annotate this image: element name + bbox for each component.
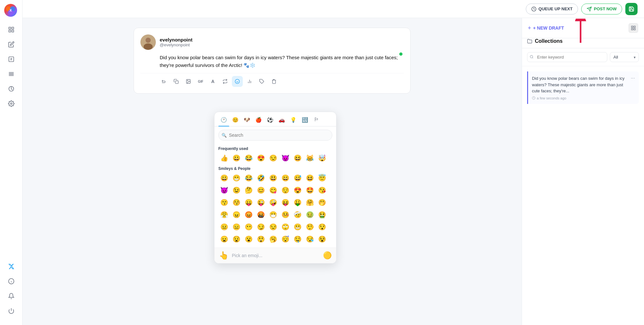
emoji-item[interactable]: 😀 xyxy=(218,172,230,184)
emoji-item[interactable]: 🤗 xyxy=(304,197,316,208)
emoji-item[interactable]: 🤤 xyxy=(292,233,303,245)
queue-up-next-button[interactable]: QUEUE UP NEXT xyxy=(526,4,578,14)
sidebar-item-ai[interactable] xyxy=(5,53,18,66)
emoji-item[interactable]: 😲 xyxy=(255,233,267,245)
post-content[interactable]: Did you know polar bears can swim for da… xyxy=(140,54,404,69)
emoji-item[interactable]: 😪 xyxy=(304,233,316,245)
emoji-item[interactable]: 🤣 xyxy=(255,172,267,184)
emoji-item[interactable]: 😛 xyxy=(243,197,254,208)
emoji-item[interactable]: 😃 xyxy=(267,172,279,184)
emoji-item[interactable]: 😀 xyxy=(231,152,242,164)
emoji-item[interactable]: 😶 xyxy=(243,221,254,233)
emoji-item[interactable]: 🤔 xyxy=(243,184,254,196)
emoji-item[interactable]: 😐 xyxy=(218,221,230,233)
emoji-tab-objects[interactable]: 💡 xyxy=(288,115,299,126)
emoji-item[interactable]: 🤒 xyxy=(279,209,291,220)
sidebar-item-power[interactable] xyxy=(5,304,18,317)
retweet-button[interactable] xyxy=(220,76,231,87)
emoji-item[interactable]: 👍 xyxy=(218,152,230,164)
draft-card[interactable]: Did you know polar bears can swim for da… xyxy=(527,71,639,104)
emoji-item[interactable]: 🥱 xyxy=(267,233,279,245)
emoji-item[interactable]: 😆 xyxy=(292,152,303,164)
emoji-item[interactable]: 😊 xyxy=(255,184,267,196)
sidebar-item-info[interactable] xyxy=(5,275,18,288)
emoji-item[interactable]: 😄 xyxy=(279,172,291,184)
emoji-tab-flags[interactable]: 🏳 xyxy=(311,115,322,126)
emoji-item[interactable]: 🤮 xyxy=(316,209,328,220)
copy-button[interactable] xyxy=(171,76,182,87)
emoji-tab-symbols[interactable]: 🔣 xyxy=(299,115,310,126)
emoji-tab-travel[interactable]: 🚗 xyxy=(276,115,287,126)
filter-select[interactable]: All Twitter LinkedIn xyxy=(610,52,639,62)
emoji-search-input[interactable] xyxy=(218,130,332,141)
emoji-item[interactable]: 🤩 xyxy=(304,184,316,196)
emoji-item[interactable]: 😮 xyxy=(243,233,254,245)
draft-more-button[interactable]: ··· xyxy=(628,75,635,81)
emoji-item[interactable]: 😘 xyxy=(316,184,328,196)
emoji-item[interactable]: 😝 xyxy=(279,197,291,208)
save-button[interactable] xyxy=(625,3,638,15)
emoji-tab-smileys[interactable]: 😊 xyxy=(230,115,241,126)
emoji-tab-food[interactable]: 🍎 xyxy=(253,115,264,126)
emoji-item[interactable]: 🤬 xyxy=(255,209,267,220)
emoji-item[interactable]: 😚 xyxy=(231,197,242,208)
emoji-item[interactable]: 😑 xyxy=(231,221,242,233)
emoji-item[interactable]: 😏 xyxy=(255,221,267,233)
new-draft-button[interactable]: + + NEW DRAFT xyxy=(528,25,564,32)
emoji-item[interactable]: 😷 xyxy=(267,209,279,220)
emoji-item[interactable]: 😠 xyxy=(231,209,242,220)
panel-toggle-button[interactable] xyxy=(629,23,638,33)
emoji-item[interactable]: 😙 xyxy=(218,197,230,208)
emoji-item[interactable]: 🙄 xyxy=(279,221,291,233)
emoji-item[interactable]: 🤕 xyxy=(292,209,303,220)
emoji-item[interactable]: 😬 xyxy=(292,221,303,233)
sidebar-item-compose[interactable] xyxy=(5,38,18,51)
emoji-item[interactable]: 😌 xyxy=(279,184,291,196)
emoji-item[interactable]: 😒 xyxy=(267,152,279,164)
emoji-item[interactable]: 😅 xyxy=(292,172,303,184)
emoji-tab-activities[interactable]: ⚽ xyxy=(265,115,276,126)
emoji-item[interactable]: 🤥 xyxy=(304,221,316,233)
sidebar-item-twitter[interactable] xyxy=(5,260,18,273)
emoji-item[interactable]: 😦 xyxy=(218,233,230,245)
emoji-item[interactable]: 😂 xyxy=(243,152,254,164)
emoji-item[interactable]: 😧 xyxy=(231,233,242,245)
emoji-item[interactable]: 🤪 xyxy=(267,197,279,208)
emoji-button[interactable] xyxy=(232,76,243,87)
sidebar-item-settings[interactable] xyxy=(5,97,18,110)
emoji-item[interactable]: 😈 xyxy=(279,152,291,164)
emoji-item[interactable]: 😴 xyxy=(279,233,291,245)
emoji-item[interactable]: 😜 xyxy=(255,197,267,208)
emoji-item[interactable]: 😵 xyxy=(316,233,328,245)
emoji-tab-animals[interactable]: 🐶 xyxy=(242,115,252,126)
emoji-item[interactable]: 😇 xyxy=(316,172,328,184)
emoji-item[interactable]: 🤑 xyxy=(292,197,303,208)
undo-button[interactable] xyxy=(158,76,169,87)
gif-button[interactable]: GIF xyxy=(195,76,206,87)
emoji-item[interactable]: 😂 xyxy=(243,172,254,184)
emoji-item[interactable]: 😹 xyxy=(304,152,316,164)
emoji-tab-recent[interactable]: 🕐 xyxy=(218,115,229,126)
emoji-item[interactable]: 🤯 xyxy=(316,152,328,164)
delete-button[interactable] xyxy=(269,76,279,87)
tag-button[interactable] xyxy=(256,76,267,87)
emoji-item[interactable]: 🤭 xyxy=(316,197,328,208)
emoji-item[interactable]: 😆 xyxy=(304,172,316,184)
image-button[interactable] xyxy=(183,76,194,87)
poll-button[interactable] xyxy=(244,76,255,87)
post-now-button[interactable]: POST NOW xyxy=(581,4,622,14)
sidebar-item-dashboard[interactable] xyxy=(5,23,18,36)
sidebar-item-analytics[interactable] xyxy=(5,82,18,95)
emoji-item[interactable]: 😤 xyxy=(218,209,230,220)
emoji-item[interactable]: 🤢 xyxy=(304,209,316,220)
emoji-item[interactable]: 😯 xyxy=(316,221,328,233)
emoji-item[interactable]: 😈 xyxy=(218,184,230,196)
emoji-item[interactable]: 😍 xyxy=(292,184,303,196)
emoji-item[interactable]: 😒 xyxy=(267,221,279,233)
emoji-item[interactable]: 😡 xyxy=(243,209,254,220)
emoji-item[interactable]: 😋 xyxy=(267,184,279,196)
text-format-button[interactable]: A xyxy=(207,76,218,87)
sidebar-item-feed[interactable] xyxy=(5,68,18,80)
emoji-item[interactable]: 😁 xyxy=(231,172,242,184)
collections-search-input[interactable] xyxy=(527,52,607,62)
